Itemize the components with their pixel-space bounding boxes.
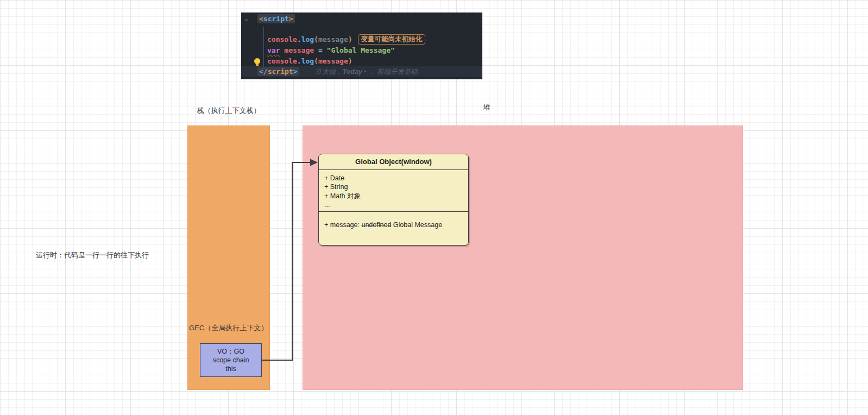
blame-time: Today <box>342 68 362 76</box>
builtin-item: + Date <box>324 174 468 183</box>
token-open-close-bracket: > <box>289 15 293 23</box>
blame-author: 许大仙， <box>315 68 342 76</box>
inline-hint: 变量可能尚未初始化 <box>358 34 426 45</box>
diagram-canvas[interactable]: ⌄ <script> console.log(message)变量可能尚未初始化… <box>0 0 868 415</box>
indent-guide <box>263 27 264 67</box>
token-log: log <box>301 57 314 65</box>
vo-line-3: this <box>225 364 236 373</box>
token-message-faded: message <box>318 35 348 43</box>
code-line-console-2: console.log(message) <box>267 56 353 67</box>
token-paren: ( <box>314 35 318 43</box>
global-object-box[interactable]: Global Object(window) + Date + String + … <box>318 154 469 246</box>
blame-separator: • ： <box>362 68 377 76</box>
global-object-message-row: + message: undefined Global Message <box>319 212 468 230</box>
heap-label[interactable]: 堆 <box>465 103 508 112</box>
code-line-console-1: console.log(message)变量可能尚未初始化 <box>267 34 425 45</box>
token-dot: . <box>297 57 301 65</box>
token-log: log <box>301 35 314 43</box>
token-close-close-bracket: > <box>293 67 298 76</box>
token-var-keyword: var <box>267 46 280 54</box>
builtin-item: + Math 对象 <box>324 192 468 200</box>
token-equals: = <box>314 46 326 54</box>
vo-line-2: scope chain <box>213 356 249 364</box>
code-line-var-decl: var message = "Global Message" <box>267 45 395 56</box>
token-open-bracket: < <box>259 15 263 23</box>
git-blame-annotation: 许大仙，Today • ： 前端开发基础 <box>315 68 418 76</box>
lightbulb-icon[interactable] <box>254 58 260 64</box>
builtin-item: ... <box>324 200 468 209</box>
code-line-open-script: <script> <box>259 14 295 24</box>
token-paren: ) <box>348 35 353 43</box>
runtime-note[interactable]: 运行时：代码是一行一行的往下执行 <box>36 251 149 260</box>
token-message-arg: message <box>318 57 348 65</box>
token-message-var: message <box>280 46 314 54</box>
token-dot: . <box>297 35 301 43</box>
fold-chevron-icon[interactable]: ⌄ <box>244 14 248 24</box>
token-string-literal: "Global Message" <box>327 46 395 54</box>
message-current-value: Global Message <box>391 221 442 229</box>
global-object-title: Global Object(window) <box>319 154 468 170</box>
message-struck-value: undefined <box>361 221 391 229</box>
blame-message: 前端开发基础 <box>377 68 418 76</box>
code-editor[interactable]: ⌄ <script> console.log(message)变量可能尚未初始化… <box>241 12 482 79</box>
builtin-item: + String <box>324 183 468 191</box>
code-line-close-script: </script>许大仙，Today • ： 前端开发基础 <box>259 66 418 77</box>
message-prefix: + message: <box>324 221 361 229</box>
token-console: console <box>267 35 297 43</box>
token-close-bracket: </ <box>259 67 268 76</box>
stack-label[interactable]: 栈（执行上下文栈） <box>187 106 270 115</box>
token-paren: ) <box>348 57 353 65</box>
global-object-builtins: + Date + String + Math 对象 ... <box>319 170 468 212</box>
gec-label[interactable]: GEC（全局执行上下文） <box>189 324 268 332</box>
token-paren: ( <box>314 57 318 65</box>
token-open-tagname: script <box>263 15 289 23</box>
token-close-tagname: script <box>268 67 293 76</box>
token-console: console <box>267 57 297 65</box>
vo-line-1: VO：GO <box>217 347 244 356</box>
vo-box[interactable]: VO：GO scope chain this <box>200 343 262 377</box>
